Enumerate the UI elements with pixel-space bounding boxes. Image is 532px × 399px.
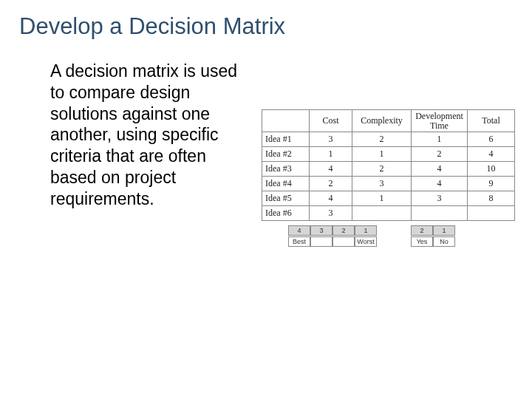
page-title: Develop a Decision Matrix — [19, 13, 285, 40]
decision-matrix: Cost Complexity Development Time Total I… — [262, 109, 514, 247]
cell: 1 — [352, 191, 412, 206]
cell: 1 — [412, 132, 468, 147]
cell: 1 — [352, 147, 412, 162]
cell — [468, 206, 515, 221]
matrix-header-row: Cost Complexity Development Time Total — [262, 110, 515, 132]
cell — [412, 206, 468, 221]
matrix-table: Cost Complexity Development Time Total I… — [262, 109, 515, 221]
cell: 2 — [412, 147, 468, 162]
cell: 4 — [310, 191, 352, 206]
col-cost: Cost — [310, 110, 352, 132]
cell: 2 — [352, 132, 412, 147]
row-label: Idea #2 — [262, 147, 310, 162]
cell: 3 — [352, 177, 412, 191]
legend-binary-label: Yes — [411, 236, 433, 247]
table-row: Idea #2 1 1 2 4 — [262, 147, 515, 162]
cell: 2 — [352, 162, 412, 177]
cell: 2 — [310, 177, 352, 191]
matrix-legend: 4 3 2 1 2 1 Best Worst Yes No — [288, 225, 514, 247]
legend-scale-value: 4 — [288, 225, 310, 236]
cell: 3 — [412, 191, 468, 206]
cell: 3 — [310, 132, 352, 147]
cell: 3 — [310, 206, 352, 221]
cell: 4 — [412, 177, 468, 191]
table-row: Idea #4 2 3 4 9 — [262, 177, 515, 191]
table-row: Idea #6 3 — [262, 206, 515, 221]
legend-scale-label — [332, 236, 355, 247]
legend-values-row: 4 3 2 1 2 1 — [288, 225, 514, 236]
cell: 9 — [468, 177, 515, 191]
slide: Develop a Decision Matrix A decision mat… — [0, 0, 532, 399]
row-label: Idea #5 — [262, 191, 310, 206]
table-row: Idea #1 3 2 1 6 — [262, 132, 515, 147]
row-label: Idea #4 — [262, 177, 310, 191]
legend-binary-label: No — [433, 236, 455, 247]
legend-labels-row: Best Worst Yes No — [288, 236, 514, 247]
row-label: Idea #6 — [262, 206, 310, 221]
legend-binary-value: 2 — [411, 225, 433, 236]
legend-scale-value: 3 — [310, 225, 332, 236]
cell: 4 — [412, 162, 468, 177]
legend-scale-value: 2 — [332, 225, 355, 236]
cell: 1 — [310, 147, 352, 162]
body-paragraph: A decision matrix is used to compare des… — [50, 61, 239, 209]
col-total: Total — [468, 110, 515, 132]
cell: 4 — [468, 147, 515, 162]
table-row: Idea #5 4 1 3 8 — [262, 191, 515, 206]
legend-scale-label — [310, 236, 332, 247]
table-row: Idea #3 4 2 4 10 — [262, 162, 515, 177]
cell — [352, 206, 412, 221]
legend-binary-value: 1 — [433, 225, 455, 236]
legend-scale-label: Best — [288, 236, 310, 247]
legend-scale-label: Worst — [355, 236, 377, 247]
cell: 8 — [468, 191, 515, 206]
col-devtime: Development Time — [412, 110, 468, 132]
row-label: Idea #3 — [262, 162, 310, 177]
cell: 10 — [468, 162, 515, 177]
matrix-corner — [262, 110, 310, 132]
col-complexity: Complexity — [352, 110, 412, 132]
row-label: Idea #1 — [262, 132, 310, 147]
cell: 4 — [310, 162, 352, 177]
cell: 6 — [468, 132, 515, 147]
legend-scale-value: 1 — [355, 225, 377, 236]
